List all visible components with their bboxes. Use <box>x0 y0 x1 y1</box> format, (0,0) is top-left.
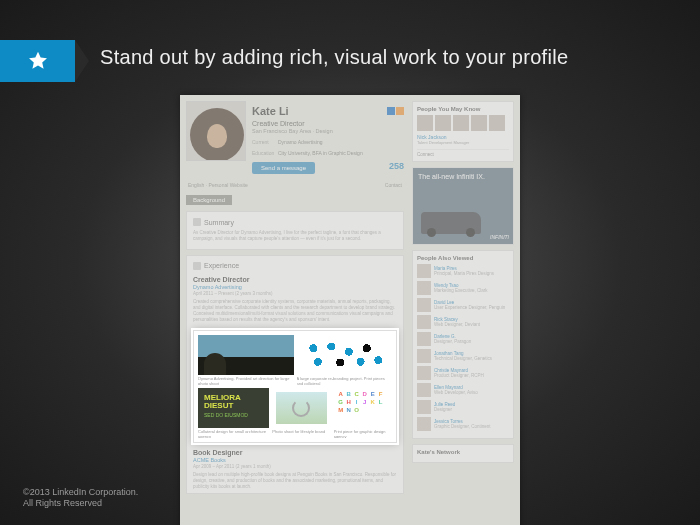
gallery-item[interactable]: ABCDEFGHIJKLMNO Print piece for graphic … <box>334 388 392 438</box>
pav-person[interactable]: Julie ReedDesigner <box>417 400 509 414</box>
connections-count[interactable]: 258 <box>389 161 404 171</box>
pav-person[interactable]: Darlene G.Designer, Paragon <box>417 332 509 346</box>
tab-background[interactable]: Background <box>186 195 232 205</box>
send-message-button[interactable]: Send a message <box>252 162 315 174</box>
pav-person[interactable]: Rick StaceyWeb Designer, Deviant <box>417 315 509 329</box>
pav-person[interactable]: David LeeUser Experience Designer, Pengu… <box>417 298 509 312</box>
pav-person[interactable]: Jessica TorresGraphic Designer, Continen… <box>417 417 509 431</box>
summary-section: Summary As Creative Director for Dynamo … <box>186 211 404 250</box>
pymk-face[interactable] <box>417 115 433 131</box>
pymk-face[interactable] <box>435 115 451 131</box>
pymk-face[interactable] <box>471 115 487 131</box>
gallery-item[interactable]: Dynamo Advertising. Provided art directi… <box>198 335 294 385</box>
experience-section: Experience Creative Director Dynamo Adve… <box>186 255 404 494</box>
gallery-item[interactable]: Photo shoot for lifestyle brand <box>272 388 330 438</box>
pav-person[interactable]: Maria PiresPrincipal, Maria Pires Design… <box>417 264 509 278</box>
avatar[interactable] <box>186 101 246 161</box>
people-also-viewed: People Also Viewed Maria PiresPrincipal,… <box>412 250 514 439</box>
people-you-may-know: People You May Know Nick Jackson Talent … <box>412 101 514 162</box>
profile-name: Kate Li <box>252 105 289 117</box>
social-badges[interactable] <box>386 101 404 119</box>
pav-person[interactable]: Jonathan TangTechnical Designer, Genetic… <box>417 349 509 363</box>
gallery-item[interactable]: A large corporate re-branding project. P… <box>297 335 393 385</box>
pymk-face[interactable] <box>489 115 505 131</box>
star-ribbon <box>0 40 75 82</box>
profile-links[interactable]: English · Personal Website <box>188 182 248 188</box>
experience-icon <box>193 262 201 270</box>
pav-person[interactable]: Ellen MaynardWeb Developer, Aviso <box>417 383 509 397</box>
star-icon <box>27 50 49 72</box>
media-gallery: Dynamo Advertising. Provided art directi… <box>193 330 397 443</box>
pav-person[interactable]: Christie MaynardProduct Designer, RCPH <box>417 366 509 380</box>
pav-person[interactable]: Wendy TsaoMarketing Executive, Clark <box>417 281 509 295</box>
sidebar-ad[interactable]: The all-new Infiniti IX. INFINITI <box>412 167 514 245</box>
gallery-item[interactable]: MELIORADIESUTSED DO EIUSMOD Collateral d… <box>198 388 269 438</box>
profile-title: Creative Director <box>252 120 404 127</box>
profile-screenshot: Kate Li Creative Director San Francisco … <box>180 95 520 525</box>
profile-location: San Francisco Bay Area · Design <box>252 128 404 134</box>
slide-headline: Stand out by adding rich, visual work to… <box>100 46 568 69</box>
network-section: Kate's Network <box>412 444 514 463</box>
copyright: ©2013 LinkedIn Corporation. All Rights R… <box>23 487 138 510</box>
contact-link[interactable]: Contact <box>385 182 402 188</box>
pymk-face[interactable] <box>453 115 469 131</box>
summary-icon <box>193 218 201 226</box>
